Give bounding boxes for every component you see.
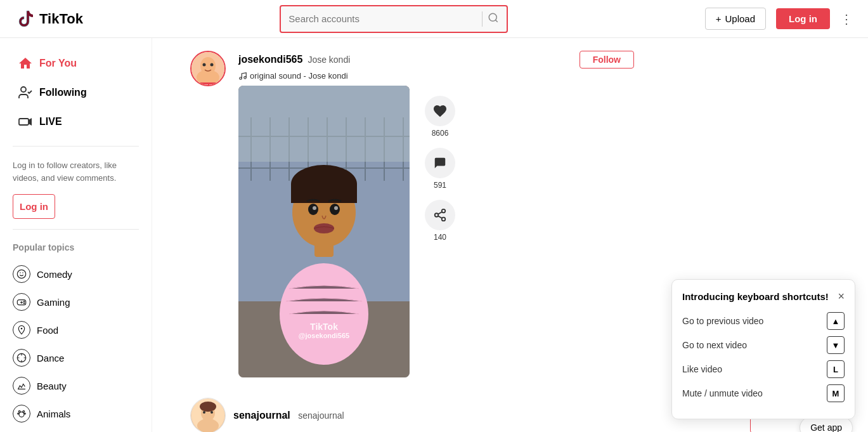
animals-icon [13, 405, 30, 422]
svg-rect-48 [291, 184, 357, 203]
kbd-row-mute: Mute / unmute video M [682, 384, 845, 402]
sidebar-item-following[interactable]: Following [5, 79, 146, 107]
kbd-panel-header: Introducing keyboard shortcuts! × [682, 290, 845, 303]
search-bar [280, 5, 508, 33]
svg-point-18 [23, 410, 25, 412]
topic-animals[interactable]: Animals [0, 400, 152, 428]
video-username-1[interactable]: josekondi565 [238, 54, 302, 65]
topic-dance[interactable]: Dance [0, 344, 152, 372]
sidebar-login-button[interactable]: Log in [13, 194, 55, 219]
like-button-1[interactable]: 8606 [425, 96, 455, 138]
more-options-button[interactable]: ⋮ [840, 11, 853, 27]
beauty-icon [13, 377, 30, 395]
kbd-panel-title: Introducing keyboard shortcuts! [682, 291, 829, 302]
upload-button[interactable]: + Upload [705, 8, 766, 30]
video-actions-1: 8606 591 [425, 86, 455, 377]
svg-point-16 [19, 412, 24, 417]
video-user-1: josekondi565 Jose kondi [238, 54, 350, 65]
kbd-label-prev: Go to previous video [682, 316, 763, 326]
logo-text: TikTok [39, 11, 83, 27]
kbd-label-like: Like video [682, 364, 722, 374]
sidebar-label-for-you: For You [39, 58, 77, 69]
video-thumbnail-1[interactable]: TikTok @josekondi565 [238, 86, 410, 377]
like-count-1: 8606 [432, 129, 449, 138]
share-count-1: 140 [434, 233, 446, 242]
kbd-key-prev: ▲ [827, 312, 845, 330]
svg-point-63 [203, 411, 205, 414]
svg-point-2 [21, 87, 26, 92]
search-icon [488, 12, 499, 23]
heart-icon [432, 103, 448, 119]
kbd-close-button[interactable]: × [838, 290, 845, 303]
kbd-key-mute: M [827, 384, 845, 402]
header: TikTok + Upload Log in ⋮ [0, 0, 868, 38]
svg-marker-4 [29, 118, 32, 126]
topic-beauty[interactable]: Beauty [0, 372, 152, 400]
svg-point-54 [442, 209, 446, 213]
topic-comedy-label: Comedy [37, 269, 72, 280]
following-icon [18, 85, 33, 100]
share-icon [433, 208, 447, 222]
svg-point-5 [17, 270, 25, 278]
share-icon-circle [425, 200, 455, 230]
video-player-row: TikTok @josekondi565 [238, 86, 634, 377]
dance-icon [13, 349, 30, 367]
svg-point-29 [244, 76, 247, 79]
video-card-1: LIVE josekondi565 Jose kondi Follow orig… [190, 51, 634, 377]
svg-point-19 [18, 413, 19, 414]
tiktok-logo-icon [15, 9, 36, 29]
avatar-col-1: LIVE [190, 51, 226, 377]
video-displayname-2: senajournal [298, 410, 344, 421]
sidebar-divider [13, 146, 139, 147]
svg-point-62 [200, 402, 216, 412]
sidebar-item-for-you[interactable]: For You [5, 49, 146, 77]
avatar-img-1 [191, 52, 224, 85]
sidebar: For You Following LIVE Log in to follow … [0, 38, 152, 432]
login-button[interactable]: Log in [776, 8, 830, 29]
video-card-2-inner: senajournal senajournal [190, 398, 344, 432]
upload-label: Upload [725, 13, 755, 24]
live-badge: LIVE [199, 82, 217, 86]
search-input[interactable] [288, 13, 477, 24]
topic-food[interactable]: Food [0, 316, 152, 344]
tiktok-watermark: TikTok @josekondi565 [299, 322, 349, 339]
video-user-2: senajournal senajournal [233, 410, 344, 421]
topic-animals-label: Animals [37, 409, 70, 419]
topic-sports[interactable]: Sports [0, 428, 152, 432]
sidebar-divider-2 [13, 229, 139, 230]
video-username-2[interactable]: senajournal [233, 410, 290, 421]
topic-beauty-label: Beauty [37, 381, 67, 391]
svg-point-28 [240, 77, 242, 79]
sidebar-label-live: LIVE [39, 116, 62, 128]
share-button-1[interactable]: 140 [425, 200, 455, 242]
svg-point-26 [203, 63, 206, 67]
kbd-row-next: Go to next video ▼ [682, 336, 845, 354]
svg-point-20 [24, 413, 25, 414]
sidebar-nav: For You Following LIVE [0, 49, 152, 136]
gaming-icon [13, 293, 30, 311]
like-icon-circle [425, 96, 455, 126]
upload-plus-icon: + [716, 13, 722, 24]
svg-point-11 [23, 301, 24, 302]
kbd-row-prev: Go to previous video ▲ [682, 312, 845, 330]
video-sound-1: original sound - Jose kondi [238, 71, 634, 81]
logo[interactable]: TikTok [15, 9, 83, 29]
video-displayname-1: Jose kondi [308, 55, 350, 65]
topic-gaming[interactable]: Gaming [0, 288, 152, 316]
svg-point-53 [314, 223, 334, 233]
sidebar-item-live[interactable]: LIVE [5, 108, 146, 136]
follow-button-1[interactable]: Follow [580, 51, 634, 69]
svg-point-51 [313, 206, 316, 210]
search-button[interactable] [488, 12, 499, 25]
food-icon [13, 321, 30, 339]
comment-button-1[interactable]: 591 [425, 148, 455, 190]
topic-comedy[interactable]: Comedy [0, 260, 152, 288]
topic-gaming-label: Gaming [37, 297, 70, 308]
svg-line-57 [438, 216, 442, 218]
kbd-label-mute: Mute / unmute video [682, 388, 763, 398]
svg-point-55 [435, 213, 439, 217]
avatar-ring-2 [190, 398, 226, 432]
svg-point-17 [18, 410, 20, 412]
comment-count-1: 591 [434, 181, 446, 190]
popular-topics-label: Popular topics [0, 237, 152, 258]
